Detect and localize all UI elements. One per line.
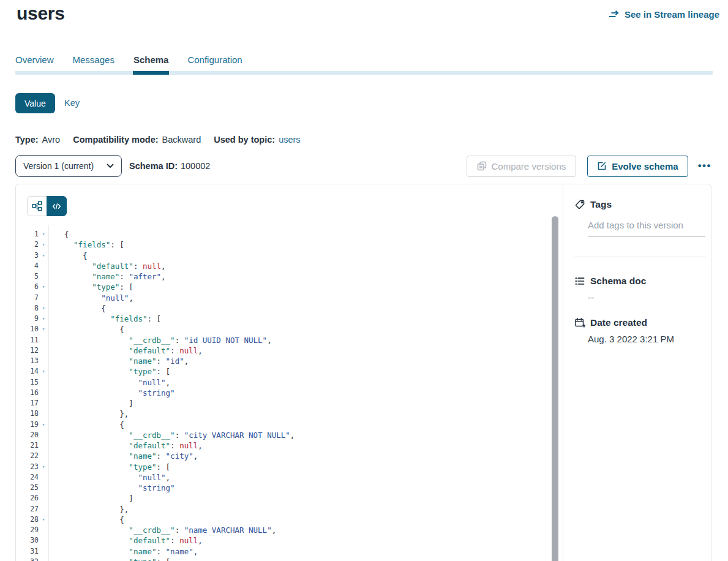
edit-icon	[597, 161, 607, 171]
tab-configuration[interactable]: Configuration	[187, 54, 242, 66]
fold-marker-icon[interactable]: ▾	[39, 324, 48, 334]
code-line-row: 23▾ "type": [	[16, 462, 555, 472]
version-select-value: Version 1 (current)	[23, 161, 94, 171]
schema-panel: 1▾{2▾ "fields": [3▾ {4 "default": null,5…	[15, 184, 711, 561]
code-lines: 1▾{2▾ "fields": [3▾ {4 "default": null,5…	[16, 229, 555, 561]
date-created-value: Aug. 3 2022 3:21 PM	[588, 334, 674, 344]
tab-overview[interactable]: Overview	[15, 54, 54, 66]
editor-scrollbar[interactable]	[552, 216, 558, 561]
code-line: "type": [	[48, 557, 170, 561]
fold-marker-icon[interactable]: ▾	[39, 229, 48, 239]
code-line: {	[48, 324, 124, 334]
line-number: 13	[16, 356, 39, 366]
fold-marker-icon[interactable]: ▾	[39, 314, 48, 324]
code-line: "default": null,	[48, 345, 203, 356]
code-line: "default": null,	[48, 261, 166, 271]
code-line-row: 28▾ {	[16, 514, 555, 525]
code-line: "type": [	[48, 282, 133, 292]
code-line: },	[48, 409, 129, 419]
line-number: 5	[16, 271, 39, 282]
code-line-row: 25 "string"	[16, 483, 555, 493]
fold-marker-icon[interactable]: ▾	[39, 420, 48, 430]
code-line-row: 26 ]	[16, 493, 555, 503]
code-line: "name": "after",	[48, 271, 166, 282]
line-number: 3	[16, 250, 39, 261]
line-number: 14	[16, 366, 39, 377]
code-line: "null",	[48, 377, 170, 388]
line-number: 18	[16, 409, 39, 419]
line-number: 6	[16, 282, 39, 292]
code-line: "type": [	[48, 462, 170, 472]
code-line-row: 32▾ "type": [	[16, 557, 555, 561]
evolve-schema-button[interactable]: Evolve schema	[587, 156, 688, 177]
code-line-row: 3▾ {	[16, 250, 555, 261]
tabs-bar-wrap: Overview Messages Schema Configuration	[15, 54, 713, 75]
code-line: },	[48, 504, 129, 514]
code-line: {	[48, 420, 124, 430]
fold-marker-icon[interactable]: ▾	[39, 282, 48, 292]
tags-section-header: Tags	[574, 199, 612, 210]
tab-messages[interactable]: Messages	[73, 54, 114, 66]
code-line: "null",	[48, 472, 170, 483]
line-number: 23	[16, 462, 39, 472]
schema-id-label: Schema ID:	[129, 161, 178, 171]
compare-versions-button[interactable]: Compare versions	[467, 156, 577, 177]
date-created-title: Date created	[590, 317, 647, 328]
line-number: 2	[16, 239, 39, 250]
code-line-row: 14▾ "type": [	[16, 366, 555, 377]
code-line: "name": "id",	[48, 356, 189, 366]
code-line: "fields": [	[48, 239, 124, 250]
tag-icon	[574, 199, 585, 210]
code-line: {	[48, 250, 88, 261]
fold-marker-icon[interactable]: ▾	[39, 557, 48, 561]
code-line-row: 18 },	[16, 409, 555, 419]
code-line-row: 7 "null",	[16, 293, 555, 303]
code-line: "__crdb__": "name VARCHAR NULL",	[48, 525, 276, 535]
code-line: "__crdb__": "id UUID NOT NULL",	[48, 335, 272, 345]
stream-lineage-link[interactable]: See in Stream lineage	[609, 9, 719, 20]
line-number: 15	[16, 377, 39, 388]
line-number: 10	[16, 324, 39, 334]
fold-marker-icon[interactable]: ▾	[39, 514, 48, 525]
line-number: 22	[16, 451, 39, 461]
fold-marker-icon[interactable]: ▾	[39, 462, 48, 472]
line-number: 26	[16, 493, 39, 503]
sidebar-divider	[574, 257, 706, 257]
line-number: 19	[16, 420, 39, 430]
fold-marker-icon[interactable]: ▾	[39, 250, 48, 261]
code-line-row: 4 "default": null,	[16, 261, 555, 271]
date-created-section-header: Date created	[574, 317, 647, 328]
code-view-button[interactable]	[47, 196, 67, 216]
line-number: 27	[16, 504, 39, 514]
used-by-topic-link[interactable]: users	[279, 135, 300, 145]
more-options-button[interactable]: •••	[697, 160, 713, 171]
line-number: 8	[16, 303, 39, 314]
code-line-row: 8▾ {	[16, 303, 555, 314]
line-number: 32	[16, 557, 39, 561]
tree-view-button[interactable]	[27, 196, 47, 216]
code-line-row: 5 "name": "after",	[16, 271, 555, 282]
code-line: "name": "city",	[48, 451, 198, 461]
code-line-row: 24 "null",	[16, 472, 555, 483]
line-number: 28	[16, 514, 39, 525]
line-number: 4	[16, 261, 39, 271]
code-line: "string"	[48, 483, 175, 493]
type-label: Type:	[15, 135, 39, 145]
line-number: 11	[16, 335, 39, 345]
tab-schema[interactable]: Schema	[133, 54, 169, 66]
fold-marker-icon[interactable]: ▾	[39, 303, 48, 314]
line-number: 20	[16, 430, 39, 440]
version-select[interactable]: Version 1 (current)	[15, 155, 122, 177]
code-line-row: 6▾ "type": [	[16, 282, 555, 292]
fold-marker-icon[interactable]: ▾	[39, 239, 48, 250]
code-line-row: 17 ]	[16, 398, 555, 409]
key-toggle-button[interactable]: Key	[64, 98, 80, 108]
chevron-down-icon	[107, 164, 114, 168]
code-line: {	[48, 303, 106, 314]
tree-view-icon	[32, 201, 42, 211]
type-value: Avro	[42, 135, 61, 145]
fold-marker-icon[interactable]: ▾	[39, 366, 48, 377]
tags-input[interactable]	[588, 220, 705, 236]
line-number: 7	[16, 293, 39, 303]
value-toggle-button[interactable]: Value	[15, 93, 55, 113]
